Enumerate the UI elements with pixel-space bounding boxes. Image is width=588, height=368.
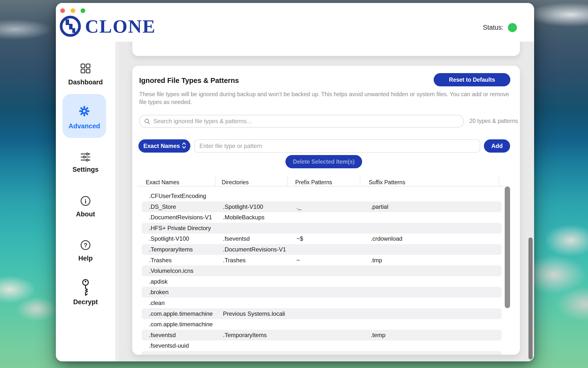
search-input[interactable] <box>139 115 464 128</box>
sidebar-item-help[interactable]: ? Help <box>56 239 115 262</box>
key-icon <box>79 279 92 298</box>
previous-section-card <box>132 42 520 56</box>
table-cell: .HFS+ Private Directory <box>149 223 211 234</box>
svg-text:?: ? <box>84 242 87 249</box>
column-divider <box>499 177 499 186</box>
sliders-icon <box>80 152 91 163</box>
window-scrollbar-thumb[interactable] <box>528 237 533 359</box>
pattern-type-value: Exact Names <box>143 143 180 149</box>
table-cell: .TemporaryItems <box>149 244 193 255</box>
sidebar-item-dashboard[interactable]: Dashboard <box>56 63 115 86</box>
table-row[interactable]: .Trashes.Trashes~.tmp <box>142 255 502 266</box>
sidebar-item-label: Dashboard <box>68 79 103 86</box>
column-header-prefix-patterns: Prefix Patterns <box>295 179 332 186</box>
status-label: Status: <box>483 24 503 31</box>
question-icon: ? <box>80 239 91 252</box>
pattern-type-select[interactable]: Exact Names <box>138 139 190 153</box>
add-pattern-button[interactable]: Add <box>484 139 510 153</box>
table-row[interactable]: .com.apple.timemachinePrevious Systems.l… <box>142 308 502 319</box>
table-cell: .com.apple.timemachine <box>149 308 213 319</box>
table-cell: .clean <box>149 298 165 308</box>
table-row[interactable] <box>142 351 502 355</box>
column-header-exact-names: Exact Names <box>146 179 179 186</box>
table-cell: .DocumentRevisions-V1 <box>223 244 286 255</box>
sidebar-divider <box>115 42 119 361</box>
table-row[interactable]: .apdisk <box>142 276 502 287</box>
table-cell: .Trashes <box>223 255 245 266</box>
info-icon: i <box>80 195 91 208</box>
close-window-button[interactable] <box>60 8 65 13</box>
main-content: Ignored File Types & Patterns Reset to D… <box>119 42 534 361</box>
table-row[interactable]: .VolumeIcon.icns <box>142 265 502 276</box>
table-cell: .DocumentRevisions-V1 <box>149 212 212 223</box>
delete-selected-button[interactable]: Delete Selected Item(s) <box>285 155 362 168</box>
table-row[interactable]: .fseventsd-uuid <box>142 340 502 351</box>
app-window: CLONE Status: Dashboard <box>56 3 534 361</box>
table-cell: ._ <box>296 201 301 212</box>
dashboard-grid-icon <box>80 63 91 75</box>
new-pattern-input[interactable] <box>194 139 480 153</box>
section-description: These file types will be ignored during … <box>139 90 516 106</box>
table-row[interactable]: .CFUserTextEncoding <box>142 191 502 201</box>
table-cell: ~ <box>296 255 300 266</box>
column-divider <box>287 177 288 186</box>
table-cell: .fseventsd-uuid <box>149 340 189 351</box>
status-green-dot-icon <box>508 23 517 32</box>
reset-to-defaults-button[interactable]: Reset to Defaults <box>434 73 510 86</box>
app-brand-name: CLONE <box>85 16 156 37</box>
sidebar-item-label: Help <box>78 255 93 262</box>
page-title: Ignored File Types & Patterns <box>139 77 239 85</box>
sidebar-item-decrypt[interactable]: Decrypt <box>56 279 115 306</box>
column-divider <box>215 177 215 186</box>
clone-logo-icon <box>60 16 81 37</box>
table-cell: .broken <box>149 287 169 298</box>
sidebar-item-settings[interactable]: Settings <box>56 152 115 173</box>
table-cell: .apdisk <box>149 276 168 287</box>
table-cell: .partial <box>371 201 388 212</box>
table-row[interactable]: .fseventsd.TemporaryItems.temp <box>142 330 502 341</box>
ignored-list: .CFUserTextEncoding.DS_Store.Spotlight-V… <box>132 186 520 355</box>
chevron-up-down-icon <box>182 142 186 150</box>
table-cell: Previous Systems.locali <box>223 308 285 319</box>
table-cell: .com.apple.timemachine <box>149 319 213 330</box>
table-row[interactable]: .DS_Store.Spotlight-V100._.partial <box>142 201 502 212</box>
column-divider <box>360 177 360 186</box>
svg-text:i: i <box>85 198 86 205</box>
table-cell: .temp <box>371 330 385 341</box>
table-cell: .crdownload <box>371 233 402 244</box>
table-cell: .fseventsd <box>223 233 250 244</box>
table-row[interactable]: .broken <box>142 287 502 298</box>
list-scrollbar-thumb[interactable] <box>505 186 510 308</box>
pattern-count-label: 20 types & patterns <box>469 118 518 124</box>
ignored-patterns-card: Ignored File Types & Patterns Reset to D… <box>132 66 520 355</box>
table-cell: .MobileBackups <box>223 212 264 223</box>
minimize-window-button[interactable] <box>71 8 75 13</box>
sidebar-item-label: Advanced <box>62 122 106 130</box>
table-cell: .DS_Store <box>149 201 176 212</box>
table-row[interactable]: .clean <box>142 298 502 308</box>
column-header-suffix-patterns: Suffix Patterns <box>369 179 405 186</box>
table-row[interactable]: .DocumentRevisions-V1.MobileBackups <box>142 212 502 223</box>
sidebar-item-about[interactable]: i About <box>56 195 115 218</box>
table-cell: .VolumeIcon.icns <box>149 265 193 276</box>
table-cell: .fseventsd <box>149 330 176 341</box>
sidebar-item-label: Settings <box>73 166 99 173</box>
titlebar: CLONE Status: <box>56 3 534 42</box>
sidebar: Dashboard <box>56 42 115 361</box>
table-cell: .tmp <box>371 255 382 266</box>
table-row[interactable]: .Spotlight-V100.fseventsd~$.crdownload <box>142 233 502 244</box>
sidebar-item-advanced[interactable]: Advanced <box>62 94 106 138</box>
table-cell: ~$ <box>296 233 303 244</box>
app-logo: CLONE <box>60 16 156 37</box>
status-indicator: Status: <box>483 23 517 32</box>
table-cell: .Spotlight-V100 <box>149 233 189 244</box>
table-row[interactable]: .com.apple.timemachine <box>142 319 502 330</box>
table-cell: .Spotlight-V100 <box>223 201 263 212</box>
table-cell: .Trashes <box>149 255 172 266</box>
table-row[interactable]: .HFS+ Private Directory <box>142 223 502 234</box>
table-cell: .CFUserTextEncoding <box>149 191 206 201</box>
table-cell: .TemporaryItems <box>223 330 267 341</box>
column-header-directories: Directories <box>222 179 249 186</box>
table-row[interactable]: .TemporaryItems.DocumentRevisions-V1 <box>142 244 502 255</box>
zoom-window-button[interactable] <box>81 8 85 13</box>
